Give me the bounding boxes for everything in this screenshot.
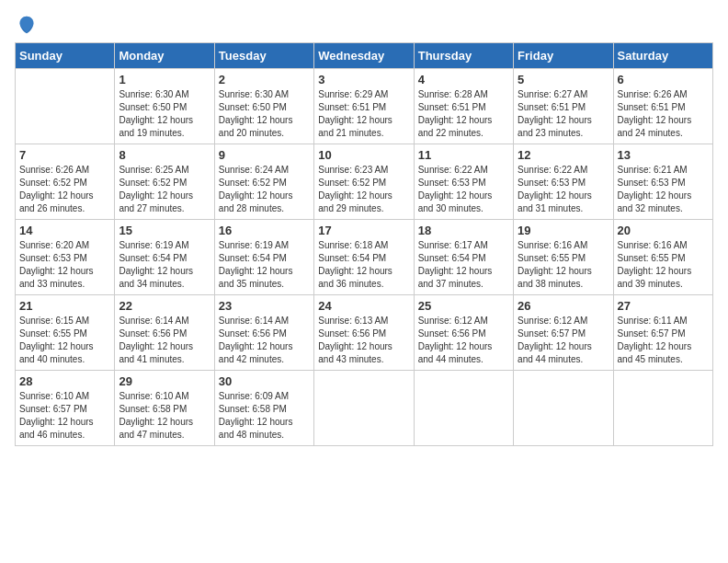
day-info: Sunrise: 6:22 AMSunset: 6:53 PMDaylight:… (518, 164, 609, 215)
day-number: 9 (219, 148, 310, 162)
day-cell: 13Sunrise: 6:21 AMSunset: 6:53 PMDayligh… (613, 144, 712, 220)
day-cell: 28Sunrise: 6:10 AMSunset: 6:57 PMDayligh… (16, 371, 115, 446)
day-info: Sunrise: 6:26 AMSunset: 6:52 PMDaylight:… (19, 164, 110, 215)
day-number: 5 (518, 73, 609, 86)
day-cell: 26Sunrise: 6:12 AMSunset: 6:57 PMDayligh… (514, 295, 613, 371)
day-cell: 12Sunrise: 6:22 AMSunset: 6:53 PMDayligh… (514, 144, 613, 220)
day-info: Sunrise: 6:11 AMSunset: 6:57 PMDaylight:… (618, 315, 709, 366)
day-cell: 19Sunrise: 6:16 AMSunset: 6:55 PMDayligh… (514, 220, 613, 295)
day-cell: 21Sunrise: 6:15 AMSunset: 6:55 PMDayligh… (16, 295, 115, 371)
day-number: 13 (618, 148, 709, 162)
day-info: Sunrise: 6:14 AMSunset: 6:56 PMDaylight:… (219, 315, 310, 366)
day-info: Sunrise: 6:16 AMSunset: 6:55 PMDaylight:… (518, 239, 609, 291)
day-number: 22 (119, 299, 210, 313)
logo (15, 15, 37, 35)
week-row-0: 1Sunrise: 6:30 AMSunset: 6:50 PMDaylight… (16, 69, 713, 144)
day-number: 15 (119, 224, 210, 237)
day-info: Sunrise: 6:12 AMSunset: 6:57 PMDaylight:… (518, 315, 609, 366)
day-info: Sunrise: 6:09 AMSunset: 6:58 PMDaylight:… (219, 390, 310, 442)
calendar-table: SundayMondayTuesdayWednesdayThursdayFrid… (15, 42, 713, 446)
day-info: Sunrise: 6:10 AMSunset: 6:58 PMDaylight:… (119, 390, 210, 442)
day-number: 26 (518, 299, 609, 313)
week-row-4: 28Sunrise: 6:10 AMSunset: 6:57 PMDayligh… (16, 371, 713, 446)
day-info: Sunrise: 6:26 AMSunset: 6:51 PMDaylight:… (618, 88, 709, 140)
day-cell (613, 371, 712, 446)
header-thursday: Thursday (414, 43, 513, 69)
day-info: Sunrise: 6:12 AMSunset: 6:56 PMDaylight:… (418, 315, 509, 366)
day-cell (314, 371, 414, 446)
header-monday: Monday (115, 43, 214, 69)
day-cell: 8Sunrise: 6:25 AMSunset: 6:52 PMDaylight… (115, 144, 214, 220)
day-cell: 3Sunrise: 6:29 AMSunset: 6:51 PMDaylight… (314, 69, 414, 144)
day-cell: 7Sunrise: 6:26 AMSunset: 6:52 PMDaylight… (16, 144, 115, 220)
day-cell (514, 371, 613, 446)
week-row-2: 14Sunrise: 6:20 AMSunset: 6:53 PMDayligh… (16, 220, 713, 295)
day-cell: 18Sunrise: 6:17 AMSunset: 6:54 PMDayligh… (414, 220, 513, 295)
header-wednesday: Wednesday (314, 43, 414, 69)
day-cell (414, 371, 513, 446)
day-info: Sunrise: 6:27 AMSunset: 6:51 PMDaylight:… (518, 88, 609, 140)
day-number: 4 (418, 73, 509, 86)
day-cell: 24Sunrise: 6:13 AMSunset: 6:56 PMDayligh… (314, 295, 414, 371)
day-number: 20 (618, 224, 709, 237)
header-saturday: Saturday (613, 43, 712, 69)
day-number: 16 (219, 224, 310, 237)
day-number: 25 (418, 299, 509, 313)
day-number: 2 (219, 73, 310, 86)
day-cell: 9Sunrise: 6:24 AMSunset: 6:52 PMDaylight… (214, 144, 313, 220)
day-number: 7 (19, 148, 110, 162)
day-cell: 10Sunrise: 6:23 AMSunset: 6:52 PMDayligh… (314, 144, 414, 220)
day-cell: 29Sunrise: 6:10 AMSunset: 6:58 PMDayligh… (115, 371, 214, 446)
day-info: Sunrise: 6:17 AMSunset: 6:54 PMDaylight:… (418, 239, 509, 291)
day-cell: 27Sunrise: 6:11 AMSunset: 6:57 PMDayligh… (613, 295, 712, 371)
day-number: 6 (618, 73, 709, 86)
day-number: 1 (119, 73, 210, 86)
day-info: Sunrise: 6:28 AMSunset: 6:51 PMDaylight:… (418, 88, 509, 140)
day-info: Sunrise: 6:13 AMSunset: 6:56 PMDaylight:… (318, 315, 409, 366)
day-number: 11 (418, 148, 509, 162)
day-number: 21 (19, 299, 110, 313)
day-cell: 15Sunrise: 6:19 AMSunset: 6:54 PMDayligh… (115, 220, 214, 295)
day-info: Sunrise: 6:14 AMSunset: 6:56 PMDaylight:… (119, 315, 210, 366)
day-info: Sunrise: 6:10 AMSunset: 6:57 PMDaylight:… (19, 390, 110, 442)
day-cell: 14Sunrise: 6:20 AMSunset: 6:53 PMDayligh… (16, 220, 115, 295)
days-header-row: SundayMondayTuesdayWednesdayThursdayFrid… (16, 43, 713, 69)
day-cell: 4Sunrise: 6:28 AMSunset: 6:51 PMDaylight… (414, 69, 513, 144)
day-number: 30 (219, 374, 310, 388)
day-number: 29 (119, 374, 210, 388)
day-number: 23 (219, 299, 310, 313)
day-cell: 2Sunrise: 6:30 AMSunset: 6:50 PMDaylight… (214, 69, 313, 144)
day-info: Sunrise: 6:24 AMSunset: 6:52 PMDaylight:… (219, 164, 310, 215)
day-number: 12 (518, 148, 609, 162)
day-number: 24 (318, 299, 409, 313)
day-info: Sunrise: 6:30 AMSunset: 6:50 PMDaylight:… (219, 88, 310, 140)
logo-icon (17, 15, 37, 35)
day-cell: 5Sunrise: 6:27 AMSunset: 6:51 PMDaylight… (514, 69, 613, 144)
day-number: 18 (418, 224, 509, 237)
week-row-1: 7Sunrise: 6:26 AMSunset: 6:52 PMDaylight… (16, 144, 713, 220)
week-row-3: 21Sunrise: 6:15 AMSunset: 6:55 PMDayligh… (16, 295, 713, 371)
day-info: Sunrise: 6:22 AMSunset: 6:53 PMDaylight:… (418, 164, 509, 215)
day-info: Sunrise: 6:16 AMSunset: 6:55 PMDaylight:… (618, 239, 709, 291)
day-number: 27 (618, 299, 709, 313)
day-info: Sunrise: 6:25 AMSunset: 6:52 PMDaylight:… (119, 164, 210, 215)
day-number: 10 (318, 148, 409, 162)
header-sunday: Sunday (16, 43, 115, 69)
day-cell (16, 69, 115, 144)
day-cell: 30Sunrise: 6:09 AMSunset: 6:58 PMDayligh… (214, 371, 313, 446)
day-cell: 20Sunrise: 6:16 AMSunset: 6:55 PMDayligh… (613, 220, 712, 295)
day-number: 17 (318, 224, 409, 237)
day-info: Sunrise: 6:19 AMSunset: 6:54 PMDaylight:… (219, 239, 310, 291)
day-info: Sunrise: 6:18 AMSunset: 6:54 PMDaylight:… (318, 239, 409, 291)
day-cell: 22Sunrise: 6:14 AMSunset: 6:56 PMDayligh… (115, 295, 214, 371)
day-info: Sunrise: 6:20 AMSunset: 6:53 PMDaylight:… (19, 239, 110, 291)
day-info: Sunrise: 6:19 AMSunset: 6:54 PMDaylight:… (119, 239, 210, 291)
day-cell: 1Sunrise: 6:30 AMSunset: 6:50 PMDaylight… (115, 69, 214, 144)
day-number: 19 (518, 224, 609, 237)
day-cell: 25Sunrise: 6:12 AMSunset: 6:56 PMDayligh… (414, 295, 513, 371)
day-info: Sunrise: 6:15 AMSunset: 6:55 PMDaylight:… (19, 315, 110, 366)
day-info: Sunrise: 6:21 AMSunset: 6:53 PMDaylight:… (618, 164, 709, 215)
day-number: 3 (318, 73, 409, 86)
day-cell: 23Sunrise: 6:14 AMSunset: 6:56 PMDayligh… (214, 295, 313, 371)
day-cell: 11Sunrise: 6:22 AMSunset: 6:53 PMDayligh… (414, 144, 513, 220)
